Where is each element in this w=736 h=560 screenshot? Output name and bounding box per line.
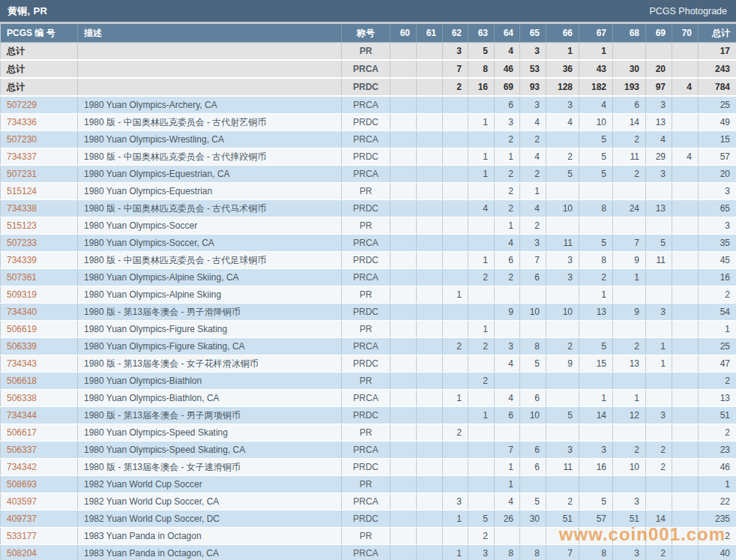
pcgs-number-link[interactable]: 734337 [7, 151, 37, 162]
grade-65-cell: 10 [520, 407, 546, 424]
grade-60-cell [390, 545, 417, 560]
total-cell: 40 [699, 545, 736, 560]
grade-67-cell: 3 [579, 442, 613, 459]
grade-67-cell: 57 [579, 511, 613, 528]
grade-70-cell [672, 545, 699, 560]
table-row: 5331771983 Yuan Panda in OctagonPR22 [1, 528, 736, 545]
grade-63-cell: 1 [468, 407, 495, 424]
pcgs-number-link[interactable]: 508693 [7, 479, 37, 490]
grade-66-cell: 7 [546, 545, 579, 560]
grade-62-cell: 1 [443, 286, 468, 304]
pcgs-number-link[interactable]: 734340 [7, 307, 37, 317]
table-row: 5093191980 Yuan Olympics-Alpine SkiingPR… [1, 286, 736, 304]
grade-60-cell [390, 148, 417, 166]
grade-62-cell [443, 373, 468, 390]
pcgs-number-link[interactable]: 506337 [7, 445, 37, 455]
grade-64-cell: 2 [495, 166, 520, 183]
pcgs-number-link[interactable]: 515123 [7, 220, 37, 231]
grade-61-cell [417, 114, 443, 131]
grade-68-cell [613, 321, 646, 338]
pcgs-number-cell: 515124 [1, 183, 78, 200]
pcgs-number-link[interactable]: 506338 [7, 393, 37, 403]
grade-62-cell [443, 235, 468, 252]
grade-70-cell [672, 493, 699, 511]
photograde-link[interactable]: PCGS Photograde [649, 6, 727, 16]
pcgs-number-cell: 533177 [1, 528, 78, 545]
grade-62-cell [443, 304, 468, 321]
pcgs-number-link[interactable]: 734336 [7, 117, 37, 127]
grade-67-cell: 8 [579, 200, 613, 217]
description-cell: 1980 Yuan Olympics-Soccer [78, 217, 342, 235]
grade-63-cell: 2 [468, 338, 495, 355]
grade-68-cell [613, 217, 646, 235]
grade-66-cell [546, 373, 579, 390]
pcgs-number-link[interactable]: 508204 [7, 548, 37, 559]
grade-68-cell: 1 [613, 269, 646, 286]
grade-69-cell: 14 [646, 511, 672, 528]
grade-61-cell [417, 286, 443, 304]
table-row: 5082041983 Yuan Panda in Octagon, CAPRCA… [1, 545, 736, 560]
pcgs-number-link[interactable]: 533177 [7, 531, 37, 541]
grade-66-cell: 3 [546, 269, 579, 286]
grade-64-cell: 7 [495, 442, 520, 459]
grade-70-cell [672, 252, 699, 269]
pcgs-number-link[interactable]: 506619 [7, 324, 37, 334]
grade-65-cell: 6 [520, 269, 546, 286]
grade-61-cell [417, 528, 443, 545]
grade-69-cell: 2 [646, 459, 672, 476]
pcgs-number-link[interactable]: 506617 [7, 427, 37, 438]
pcgs-number-link[interactable]: 506618 [7, 376, 37, 386]
pcgs-number-link[interactable]: 507231 [7, 169, 37, 179]
grade-65-cell: 93 [520, 78, 546, 96]
grade-64-cell: 6 [495, 96, 520, 114]
pcgs-number-link[interactable]: 507361 [7, 272, 37, 283]
pcgs-number-link[interactable]: 734342 [7, 462, 37, 472]
designation-cell: PRDC [342, 200, 390, 217]
grade-68-cell: 24 [613, 200, 646, 217]
grade-60-cell [390, 217, 417, 235]
grade-63-cell [468, 304, 495, 321]
pcgs-number-link[interactable]: 515124 [7, 186, 37, 196]
pcgs-number-cell: 734338 [1, 200, 78, 217]
designation-cell: PRDC [342, 355, 390, 373]
grade-65-cell [520, 321, 546, 338]
pcgs-number-link[interactable]: 409737 [7, 514, 37, 524]
pcgs-number-link[interactable]: 507233 [7, 238, 37, 248]
pcgs-number-link[interactable]: 734344 [7, 410, 37, 421]
description-cell: 1980 Yuan Olympics-Biathlon [78, 373, 342, 390]
grade-70-cell [672, 60, 699, 78]
grade-61-cell [417, 200, 443, 217]
pcgs-number-link[interactable]: 507229 [7, 100, 37, 110]
grade-69-cell [646, 373, 672, 390]
grade-63-cell [468, 476, 495, 493]
pcgs-number-link[interactable]: 509319 [7, 289, 37, 300]
grade-69-cell: 97 [646, 78, 672, 96]
description-cell: 1982 Yuan World Cup Soccer, DC [78, 511, 342, 528]
pcgs-number-link[interactable]: 506339 [7, 341, 37, 352]
pcgs-number-link[interactable]: 734343 [7, 358, 37, 369]
designation-cell: PRCA [342, 235, 390, 252]
table-row: 5151241980 Yuan Olympics-EquestrianPR213 [1, 183, 736, 200]
col-header-grade-62: 62 [443, 24, 468, 43]
grade-66-cell: 11 [546, 459, 579, 476]
grade-67-cell: 5 [579, 235, 613, 252]
grade-67-cell: 14 [579, 407, 613, 424]
grade-67-cell: 5 [579, 338, 613, 355]
grade-60-cell [390, 78, 417, 96]
description-cell: 1980 版 - 中国奥林匹克委员会 - 古代足球铜币 [78, 252, 342, 269]
grade-61-cell [417, 43, 443, 61]
grade-70-cell [672, 96, 699, 114]
grade-68-cell: 51 [613, 511, 646, 528]
pcgs-number-link[interactable]: 403597 [7, 496, 37, 507]
pcgs-number-link[interactable]: 734339 [7, 255, 37, 265]
grade-66-cell: 5 [546, 407, 579, 424]
grade-70-cell [672, 373, 699, 390]
pcgs-number-link[interactable]: 507230 [7, 134, 37, 145]
pcgs-number-link[interactable]: 734338 [7, 203, 37, 214]
designation-cell: PR [342, 373, 390, 390]
description-cell: 1980 Yuan Olympics-Equestrian [78, 183, 342, 200]
grade-64-cell: 2 [495, 200, 520, 217]
grade-65-cell: 6 [520, 390, 546, 407]
grade-60-cell [390, 43, 417, 61]
grade-65-cell: 6 [520, 442, 546, 459]
